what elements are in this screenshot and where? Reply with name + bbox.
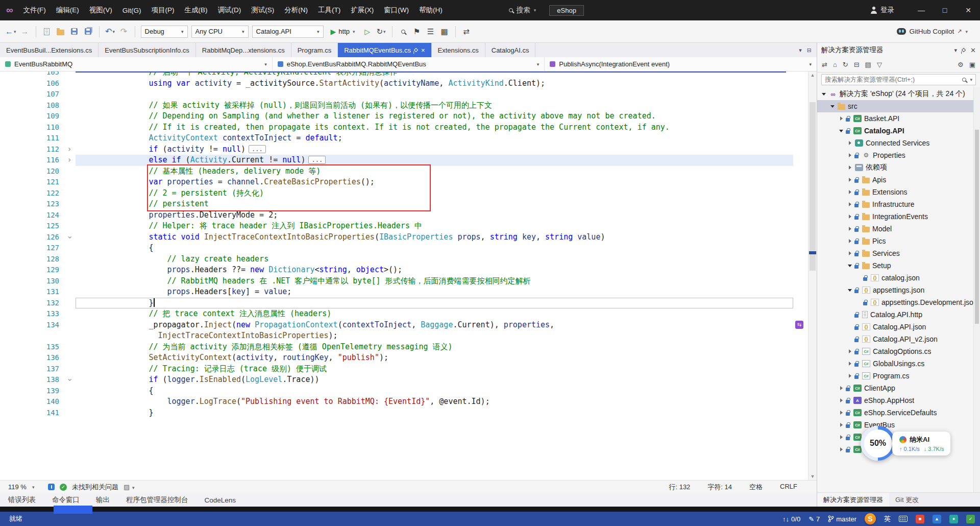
code-line[interactable]: InjectTraceContextIntoBasicProperties); xyxy=(0,330,817,342)
startup-project-select[interactable]: Catalog.API▾ xyxy=(252,26,324,38)
tree-item[interactable]: 依赖项 xyxy=(817,161,980,174)
panel-tab[interactable]: 命令窗口 xyxy=(52,495,80,505)
code-map-button[interactable]: ⇄ xyxy=(461,25,472,38)
undo-button[interactable]: ↶▾ xyxy=(105,25,115,38)
tree-item[interactable]: {}appsettings.json xyxy=(817,284,980,296)
tree-scrollbar[interactable] xyxy=(973,87,980,492)
line-indicator[interactable]: 行: 132 xyxy=(669,483,690,492)
editor-tab[interactable]: Extensions.cs xyxy=(432,43,485,57)
code-line[interactable]: 140 logger.LogTrace("Publishing event to… xyxy=(0,396,817,408)
github-copilot-button[interactable]: GitHub Copilot ↗ ▾ xyxy=(897,28,975,35)
home-icon[interactable]: ⌂ xyxy=(833,61,837,68)
chevron-right-icon[interactable] xyxy=(838,398,845,402)
collapse-all-icon[interactable]: ⊟ xyxy=(854,61,860,68)
ai-progress-ring[interactable]: 50% xyxy=(861,426,895,461)
menu-item[interactable]: 项目(P) xyxy=(146,0,180,20)
code-line[interactable]: 106 using var activity = _activitySource… xyxy=(0,78,817,89)
tree-item[interactable]: src xyxy=(817,100,980,112)
column-indicator[interactable]: 字符: 14 xyxy=(707,483,732,492)
git-branch-indicator[interactable]: master xyxy=(828,515,856,523)
zoom-select[interactable]: 119 % ▾ xyxy=(5,483,43,491)
navigate-back-button[interactable]: ←▾ xyxy=(5,25,16,38)
hot-reload-button[interactable]: ↻▾ xyxy=(376,25,386,38)
microphone-icon[interactable] xyxy=(48,484,55,490)
navigate-forward-button[interactable]: → xyxy=(20,25,30,38)
fold-collapsed-icon[interactable]: › xyxy=(63,155,76,166)
code-line[interactable]: 108 // 如果 activity 被采样掉 (null)，则退回到当前活动 … xyxy=(0,100,817,111)
tree-item[interactable]: C#GlobalUsings.cs xyxy=(817,357,980,370)
tree-item[interactable]: Extensions xyxy=(817,186,980,198)
chevron-down-icon[interactable]: ▾ xyxy=(970,77,972,82)
chevron-right-icon[interactable] xyxy=(838,386,845,390)
code-cleanup-icon[interactable]: ▨ ▾ xyxy=(124,483,134,491)
code-line[interactable]: 111 ActivityContext contextToInject = de… xyxy=(0,133,817,144)
tree-item[interactable]: C#Catalog.API xyxy=(817,125,980,137)
menu-item[interactable]: 编辑(E) xyxy=(51,0,84,20)
tree-item[interactable]: Catalog.API.http xyxy=(817,308,980,321)
editor-tab[interactable]: RabbitMqDep...xtensions.cs xyxy=(196,43,291,57)
project-dropdown[interactable]: EventBusRabbitMQ ▾ xyxy=(0,57,273,71)
properties-icon[interactable]: ⚙ xyxy=(958,61,964,68)
tree-item[interactable]: C#Basket.API xyxy=(817,112,980,125)
menu-item[interactable]: 帮助(H) xyxy=(414,0,448,20)
code-line[interactable]: 128 // lazy create headers xyxy=(0,254,817,265)
chevron-right-icon[interactable] xyxy=(838,447,845,451)
chevron-down-icon[interactable] xyxy=(846,289,853,292)
tree-item[interactable]: Model xyxy=(817,223,980,235)
tree-item[interactable]: {}appsettings.Development.json xyxy=(817,296,980,308)
code-line[interactable]: 132 } xyxy=(0,298,817,309)
search-box[interactable]: 搜索 ▾ xyxy=(509,6,536,15)
tray-icon-blue[interactable]: ▲ xyxy=(933,515,941,523)
scroll-down-icon[interactable]: ▼ xyxy=(808,474,817,479)
scrollbar-thumb[interactable] xyxy=(975,130,979,324)
pin-icon[interactable] xyxy=(414,48,418,52)
tab-list-icon[interactable]: ▾ xyxy=(799,47,802,54)
menu-item[interactable]: Git(G) xyxy=(117,0,146,20)
tree-item[interactable]: C#eShop.ServiceDefaults xyxy=(817,407,980,419)
chevron-right-icon[interactable] xyxy=(838,435,845,439)
attach-process-button[interactable]: ▦ xyxy=(439,25,450,38)
task-list-button[interactable]: ☰ xyxy=(426,25,436,38)
code-line[interactable]: 126› static void InjectTraceContextIntoB… xyxy=(0,232,817,243)
type-dropdown[interactable]: eShop.EventBusRabbitMQ.RabbitMQEventBus … xyxy=(273,57,545,71)
preview-selected-icon[interactable]: ▣ xyxy=(969,61,975,68)
ai-badge[interactable]: 纳米AI ↑ 0.1K/s ↓ 3.7K/s xyxy=(892,432,950,456)
indent-mode-indicator[interactable]: 空格 xyxy=(749,483,763,492)
open-folder-button[interactable] xyxy=(56,25,66,38)
chevron-right-icon[interactable] xyxy=(838,423,845,427)
editor-tab[interactable]: EventBusBuil...Extensions.cs xyxy=(0,43,99,57)
float-window-icon[interactable]: ⊟ xyxy=(807,47,812,54)
code-line[interactable]: 129 props.Headers ??= new Dictionary<str… xyxy=(0,265,817,276)
pin-icon[interactable] xyxy=(962,48,966,52)
chevron-down-icon[interactable]: ▾ xyxy=(954,47,958,54)
close-icon[interactable]: ✕ xyxy=(970,46,976,54)
code-line[interactable]: 133 // 把 trace context 注入消息属性 (headers) xyxy=(0,308,817,320)
chevron-right-icon[interactable] xyxy=(846,251,853,255)
switch-views-icon[interactable]: ⇄ xyxy=(822,61,827,68)
pending-edits-indicator[interactable]: ✎ 7 xyxy=(808,515,820,523)
tree-item[interactable]: C#ClientApp xyxy=(817,382,980,394)
code-line[interactable]: 109 // Depending on Sampling (and whethe… xyxy=(0,111,817,122)
save-all-button[interactable] xyxy=(83,25,93,38)
menu-item[interactable]: 文件(F) xyxy=(18,0,51,20)
tree-item[interactable]: Connected Services xyxy=(817,137,980,149)
fold-expanded-icon[interactable]: › xyxy=(64,374,75,386)
menu-item[interactable]: 测试(S) xyxy=(246,0,279,20)
tree-item[interactable]: C#CatalogOptions.cs xyxy=(817,345,980,357)
chevron-right-icon[interactable] xyxy=(838,116,845,121)
bookmark-button[interactable]: ⚑ xyxy=(412,25,422,38)
tree-item[interactable]: IntegrationEvents xyxy=(817,210,980,223)
close-button[interactable]: ✕ xyxy=(957,0,980,20)
panel-bottom-tab[interactable]: 解决方案资源管理器 xyxy=(817,493,889,507)
start-without-debug-button[interactable]: ▷ xyxy=(362,25,373,38)
chevron-down-icon[interactable] xyxy=(838,130,845,132)
code-line[interactable]: 136 SetActivityContext(activity, routing… xyxy=(0,352,817,364)
tray-icon-red[interactable]: ■ xyxy=(916,515,924,523)
collapsed-region-box[interactable]: ... xyxy=(308,156,326,164)
menu-item[interactable]: 窗口(W) xyxy=(379,0,414,20)
editor-tab[interactable]: Program.cs xyxy=(291,43,338,57)
chevron-right-icon[interactable] xyxy=(846,214,853,219)
menu-item[interactable]: 分析(N) xyxy=(279,0,313,20)
code-editor[interactable]: 105 // 启动一个 Activity, ActivityKind.Clien… xyxy=(0,71,817,480)
ime-language-indicator[interactable]: 英 xyxy=(884,514,891,523)
